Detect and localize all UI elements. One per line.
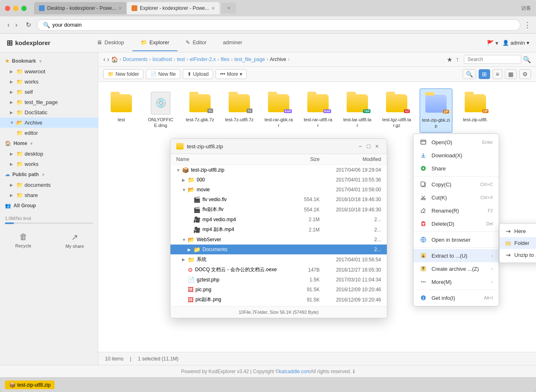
file-item-7z-gbk[interactable]: 7z test-7z-gbk.7z xyxy=(184,88,216,133)
sidebar-item-editor[interactable]: 📁 editor xyxy=(0,128,98,138)
maximize-button[interactable] xyxy=(21,6,27,11)
zip-row-movie[interactable]: ▼ 📂 movie 2017/04/01 10:56:00 xyxy=(170,185,387,195)
sidebar-item-home-works[interactable]: ▶ 📁 works xyxy=(0,159,98,169)
expand-icon[interactable]: ▶ xyxy=(182,178,188,182)
file-item-tar[interactable]: TAR test-tar-utf8.tar xyxy=(341,88,374,133)
ctx-delete[interactable]: Delete(D) Del xyxy=(413,217,499,230)
search-button[interactable]: 🔍 xyxy=(523,56,531,63)
tab-close-1[interactable]: × xyxy=(118,5,122,11)
breadcrumb-elfinder[interactable]: elFinder-2.x xyxy=(190,57,216,62)
tab-close-2[interactable]: × xyxy=(211,5,215,11)
my-share-button[interactable]: ↗ My share xyxy=(52,232,98,249)
sidebar-section-all-group[interactable]: 👥 All Group xyxy=(0,200,98,211)
zip-row-000[interactable]: ▶ 📁 000 2017/04/01 10:55:36 xyxy=(170,175,387,185)
search-input[interactable] xyxy=(464,55,521,64)
taskbar-item[interactable]: 📦 test-zip-utf8.zip xyxy=(5,381,55,389)
more-button[interactable]: ••• More ▾ xyxy=(216,69,247,79)
file-item-rar-utf8[interactable]: RAR test-rar-utf8.rar xyxy=(302,88,334,133)
browser-tab-1[interactable]: Desktop - kodexplorer - Powe... × xyxy=(34,2,127,14)
sidebar-item-docstatic[interactable]: ▶ 📁 DocStatic xyxy=(0,107,98,118)
sidebar-item-archive[interactable]: ▼ 📂 Archive xyxy=(0,118,98,128)
sidebar-section-home[interactable]: 🏠 Home ▾ xyxy=(0,138,98,149)
forward-button[interactable]: › xyxy=(13,20,20,30)
sidebar-item-test-file-page[interactable]: ▶ 📁 test_file_page xyxy=(0,97,98,107)
ctx-copy[interactable]: Copy(C) Ctrl+C xyxy=(413,178,499,191)
tab-desktop[interactable]: 🖥 Desktop xyxy=(89,34,132,51)
ctx-open[interactable]: Open(O) Enter xyxy=(413,136,499,149)
ctx-share[interactable]: Share xyxy=(413,162,499,175)
minimize-button[interactable] xyxy=(13,6,18,11)
close-button[interactable] xyxy=(5,6,10,11)
sidebar-section-bookmark[interactable]: ★ Bookmark ▾ xyxy=(0,56,98,66)
breadcrumb-documents[interactable]: Documents xyxy=(123,57,148,62)
zip-row-flv1[interactable]: ▶ 🎬 flv vedio.flv 554.1K 2016/10/18 19:4… xyxy=(170,195,387,204)
sidebar-item-documents[interactable]: ▶ 📁 documents xyxy=(0,180,98,190)
ctx-cut[interactable]: Cut(K) Ctrl+X xyxy=(413,191,499,204)
zip-row-webserver[interactable]: ▼ 📂 WebServer 2... xyxy=(170,235,387,245)
submenu-folder[interactable]: Folder xyxy=(500,237,536,249)
compact-view-button[interactable]: ▦ xyxy=(505,69,517,79)
sidebar-item-works[interactable]: ▶ 📁 works xyxy=(0,77,98,87)
file-item-tgz[interactable]: GZ test-tgz-utf8.tar.gz xyxy=(380,88,413,133)
bookmark-star-button[interactable]: ★ xyxy=(447,56,452,63)
recycle-button[interactable]: 🗑 Recycle xyxy=(0,232,47,249)
breadcrumb-test[interactable]: test xyxy=(177,57,185,62)
search-toolbar-button[interactable]: 🔍 xyxy=(463,69,476,79)
submenu-unzip-to[interactable]: Unzip to ... xyxy=(500,249,536,261)
ctx-rename[interactable]: Rename(R) F2 xyxy=(413,204,499,217)
tab-adminer[interactable]: adminer xyxy=(215,34,250,51)
sidebar-section-public[interactable]: ☁ Public path ▾ xyxy=(0,169,98,180)
file-item-rar-gbk[interactable]: RAR test-rar-gbk.rar xyxy=(262,88,295,133)
zip-row-pic[interactable]: ▶ 🖼 pic.png 91.5K 2016/12/09 10:20:46 xyxy=(170,285,387,295)
nav-more-icon[interactable]: ⋮ xyxy=(524,20,531,29)
submenu-here[interactable]: Here xyxy=(500,225,536,237)
ctx-info[interactable]: Get info(I) Alt+I xyxy=(413,291,499,304)
zip-row-root[interactable]: ▼ 📦 test-zip-utf8.zip 2017/04/06 19:29:0… xyxy=(170,165,387,175)
zip-row-pic-copy[interactable]: ▶ 🖼 pic副本.png 91.5K 2016/12/09 10:20:46 xyxy=(170,295,387,305)
home-breadcrumb-icon[interactable]: 🏠 xyxy=(111,56,118,63)
breadcrumb-test-file-page[interactable]: test_file_page xyxy=(234,57,265,62)
sidebar-item-share[interactable]: ▶ 📁 share xyxy=(0,190,98,200)
sidebar-item-self[interactable]: ▶ 📁 self xyxy=(0,87,98,97)
expand-icon[interactable]: ▼ xyxy=(182,188,188,192)
breadcrumb-files[interactable]: files xyxy=(220,57,229,62)
expand-icon[interactable]: ▼ xyxy=(176,168,182,172)
footer-link[interactable]: kalcaddle.com xyxy=(279,369,311,374)
ctx-download[interactable]: Download(X) xyxy=(413,149,499,162)
browser-tab-2[interactable]: Explorer - kodexplorer - Powe... × xyxy=(127,2,220,14)
zip-dialog-maximize[interactable]: □ xyxy=(364,142,372,150)
ctx-more[interactable]: More(M) › xyxy=(413,275,499,288)
zip-row-docq[interactable]: ▶ ⚙ DOCQ 文档云 - 会办公的文档云.oexe 147B 2016/12… xyxy=(170,265,387,275)
expand-icon[interactable]: ▼ xyxy=(182,238,188,242)
zip-row-xitong[interactable]: ▶ 📁 系统 2017/04/01 10:56:54 xyxy=(170,254,387,265)
zip-row-flv2[interactable]: ▶ 🎬 flv副本.flv 554.1K 2016/10/18 19:46:30 xyxy=(170,204,387,215)
ctx-open-browser[interactable]: Open in browser xyxy=(413,233,499,246)
back-button[interactable]: ‹ xyxy=(5,20,12,30)
address-input[interactable] xyxy=(52,22,514,28)
sidebar-item-desktop[interactable]: ▶ 📁 desktop xyxy=(0,149,98,159)
file-item-onlyoffice[interactable]: 💿 ONLYOFFICE.dmg xyxy=(144,88,177,133)
up-dir-button[interactable]: ↑ xyxy=(456,56,459,63)
expand-icon[interactable]: ▶ xyxy=(188,247,193,252)
breadcrumb-forward[interactable]: › xyxy=(107,56,109,63)
new-folder-button[interactable]: 📁 New folder xyxy=(103,69,143,79)
settings-view-button[interactable]: ⚙ xyxy=(519,69,531,79)
zip-row-php[interactable]: ▶ 📄 gztest.php 1.5K 2017/03/10 11:04:34 xyxy=(170,275,387,285)
file-item-zip-utf8[interactable]: ZIP test-zip-utf8. xyxy=(459,88,492,133)
ctx-extract[interactable]: Extract to ...(U) › xyxy=(413,249,499,262)
new-file-button[interactable]: 📄 New file xyxy=(146,69,180,79)
breadcrumb-localhost[interactable]: localhost xyxy=(152,57,172,62)
file-item-zip-gbk[interactable]: ZIP test-zip-gbk.zip xyxy=(420,88,452,133)
refresh-button[interactable]: ↻ xyxy=(23,19,34,30)
zip-row-mp4-2[interactable]: ▶ 🎥 mp4 副本.mp4 2.1M 2... xyxy=(170,224,387,235)
file-item-test[interactable]: test xyxy=(105,88,138,133)
flag-button[interactable]: 🚩 ▾ xyxy=(487,40,498,46)
zip-dialog-close[interactable]: × xyxy=(373,142,381,150)
expand-icon[interactable]: ▶ xyxy=(182,257,188,262)
tab-explorer[interactable]: 📁 Explorer xyxy=(132,34,177,51)
admin-button[interactable]: 👤 admin ▾ xyxy=(502,40,529,46)
list-view-button[interactable]: ≡ xyxy=(493,69,502,79)
sidebar-item-wwwroot[interactable]: ▶ 📁 wwwroot xyxy=(0,66,98,77)
zip-row-mp4-1[interactable]: ▶ 🎥 mp4 vedio.mp4 2.1M 2... xyxy=(170,215,387,224)
breadcrumb-back[interactable]: ‹ xyxy=(103,56,105,63)
